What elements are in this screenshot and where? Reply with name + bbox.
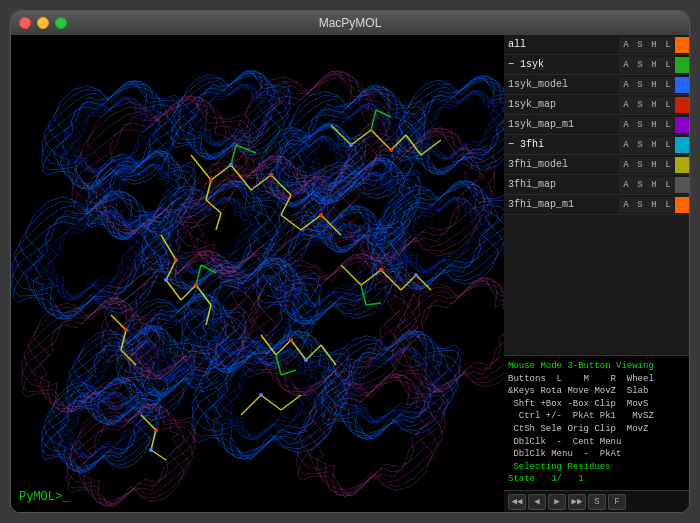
object-name: 3fhi_map xyxy=(504,179,619,190)
color-swatch[interactable] xyxy=(675,57,689,73)
nav-btn[interactable]: ◀ xyxy=(528,494,546,510)
color-swatch[interactable] xyxy=(675,97,689,113)
object-name: 1syk_map xyxy=(504,99,619,110)
nav-btn[interactable]: ▶▶ xyxy=(568,494,586,510)
info-line-5: Ctrl +/- PkAt Pk1 MvSZ xyxy=(508,410,685,423)
obj-btn-h[interactable]: H xyxy=(647,137,661,153)
object-row[interactable]: 3fhi_map_m1ASHL xyxy=(504,195,689,215)
obj-btn-a[interactable]: A xyxy=(619,177,633,193)
info-line-7: DblClk - Cent Menu xyxy=(508,436,685,449)
close-button[interactable] xyxy=(19,17,31,29)
titlebar: MacPyMOL xyxy=(11,11,689,35)
obj-btn-l[interactable]: L xyxy=(661,177,675,193)
mol-canvas[interactable] xyxy=(11,35,504,512)
bottom-nav-bar: ◀◀◀▶▶▶SF xyxy=(504,490,689,512)
object-name: all xyxy=(504,39,619,50)
obj-btn-h[interactable]: H xyxy=(647,77,661,93)
object-row[interactable]: 3fhi_modelASHL xyxy=(504,155,689,175)
obj-btn-h[interactable]: H xyxy=(647,97,661,113)
traffic-lights xyxy=(19,17,67,29)
object-name: − 3fhi xyxy=(504,139,619,150)
content-area: PyMOL>_ allASHL− 1sykASHL 1syk_modelASHL… xyxy=(11,35,689,512)
maximize-button[interactable] xyxy=(55,17,67,29)
color-swatch[interactable] xyxy=(675,157,689,173)
obj-btn-h[interactable]: H xyxy=(647,197,661,213)
object-row[interactable]: 1syk_map_m1ASHL xyxy=(504,115,689,135)
object-name: 1syk_map_m1 xyxy=(504,119,619,130)
nav-btn[interactable]: ◀◀ xyxy=(508,494,526,510)
obj-btn-l[interactable]: L xyxy=(661,137,675,153)
info-line-3: &Keys Rota Move MovZ Slab xyxy=(508,385,685,398)
obj-btn-l[interactable]: L xyxy=(661,197,675,213)
obj-btn-l[interactable]: L xyxy=(661,157,675,173)
object-row[interactable]: − 3fhiASHL xyxy=(504,135,689,155)
viewport[interactable]: PyMOL>_ xyxy=(11,35,504,512)
obj-btn-a[interactable]: A xyxy=(619,157,633,173)
obj-btn-s[interactable]: S xyxy=(633,77,647,93)
obj-btn-s[interactable]: S xyxy=(633,117,647,133)
color-swatch[interactable] xyxy=(675,177,689,193)
obj-btn-s[interactable]: S xyxy=(633,137,647,153)
obj-btn-l[interactable]: L xyxy=(661,117,675,133)
obj-btn-a[interactable]: A xyxy=(619,57,633,73)
obj-btn-l[interactable]: L xyxy=(661,37,675,53)
obj-btn-h[interactable]: H xyxy=(647,177,661,193)
minimize-button[interactable] xyxy=(37,17,49,29)
obj-btn-s[interactable]: S xyxy=(633,37,647,53)
color-swatch[interactable] xyxy=(675,117,689,133)
right-panel: allASHL− 1sykASHL 1syk_modelASHL 1syk_ma… xyxy=(504,35,689,512)
object-name: 3fhi_map_m1 xyxy=(504,199,619,210)
object-name: 1syk_model xyxy=(504,79,619,90)
obj-btn-a[interactable]: A xyxy=(619,97,633,113)
color-swatch[interactable] xyxy=(675,197,689,213)
obj-btn-h[interactable]: H xyxy=(647,157,661,173)
object-row[interactable]: allASHL xyxy=(504,35,689,55)
info-line-6: CtSh Sele Orig Clip MovZ xyxy=(508,423,685,436)
nav-btn[interactable]: F xyxy=(608,494,626,510)
color-swatch[interactable] xyxy=(675,77,689,93)
info-line-8: DblClk Menu - PkAt xyxy=(508,448,685,461)
pymol-label: PyMOL>_ xyxy=(19,490,69,504)
obj-btn-s[interactable]: S xyxy=(633,177,647,193)
main-window: MacPyMOL PyMOL>_ allASHL− 1sykASHL 1syk_… xyxy=(10,10,690,513)
info-line-2: Buttons L M R Wheel xyxy=(508,373,685,386)
color-swatch[interactable] xyxy=(675,137,689,153)
obj-btn-a[interactable]: A xyxy=(619,77,633,93)
color-swatch[interactable] xyxy=(675,37,689,53)
info-line-9: Selecting Residues xyxy=(508,461,685,474)
obj-btn-a[interactable]: A xyxy=(619,197,633,213)
obj-btn-l[interactable]: L xyxy=(661,77,675,93)
obj-btn-h[interactable]: H xyxy=(647,117,661,133)
object-name: − 1syk xyxy=(504,59,619,70)
obj-btn-s[interactable]: S xyxy=(633,157,647,173)
obj-btn-a[interactable]: A xyxy=(619,117,633,133)
object-row[interactable]: − 1sykASHL xyxy=(504,55,689,75)
object-row[interactable]: 3fhi_mapASHL xyxy=(504,175,689,195)
info-line-10: State 1/ 1 xyxy=(508,473,685,486)
nav-btn[interactable]: S xyxy=(588,494,606,510)
obj-btn-s[interactable]: S xyxy=(633,57,647,73)
obj-btn-a[interactable]: A xyxy=(619,137,633,153)
obj-btn-h[interactable]: H xyxy=(647,37,661,53)
object-list: allASHL− 1sykASHL 1syk_modelASHL 1syk_ma… xyxy=(504,35,689,355)
info-line-1: Mouse Mode 3-Button Viewing xyxy=(508,360,685,373)
obj-btn-l[interactable]: L xyxy=(661,57,675,73)
obj-btn-a[interactable]: A xyxy=(619,37,633,53)
obj-btn-s[interactable]: S xyxy=(633,97,647,113)
info-line-4: Shft +Box -Box Clip MovS xyxy=(508,398,685,411)
obj-btn-h[interactable]: H xyxy=(647,57,661,73)
obj-btn-s[interactable]: S xyxy=(633,197,647,213)
info-panel: Mouse Mode 3-Button Viewing Buttons L M … xyxy=(504,355,689,490)
window-title: MacPyMOL xyxy=(319,16,382,30)
obj-btn-l[interactable]: L xyxy=(661,97,675,113)
nav-btn[interactable]: ▶ xyxy=(548,494,566,510)
object-name: 3fhi_model xyxy=(504,159,619,170)
object-row[interactable]: 1syk_mapASHL xyxy=(504,95,689,115)
object-row[interactable]: 1syk_modelASHL xyxy=(504,75,689,95)
